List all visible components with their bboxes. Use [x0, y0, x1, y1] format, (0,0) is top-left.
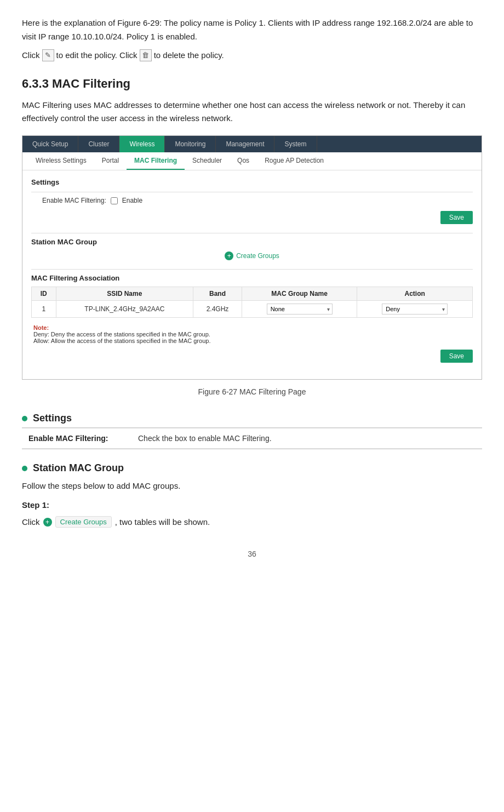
intro-paragraph: Here is the explanation of Figure 6-29: …: [22, 16, 482, 44]
subnav-qos[interactable]: Qos: [230, 152, 257, 170]
nav-quick-setup[interactable]: Quick Setup: [22, 136, 78, 152]
router-top-nav: Quick Setup Cluster Wireless Monitoring …: [22, 136, 482, 152]
cell-action[interactable]: Deny Allow: [357, 301, 473, 318]
col-action: Action: [357, 287, 473, 301]
enable-mac-row: Enable MAC Filtering: Enable: [31, 197, 473, 204]
cell-band: 2.4GHz: [193, 301, 242, 318]
settings-bullet-section: Settings Enable MAC Filtering: Check the…: [22, 413, 482, 449]
router-ui-screenshot: Quick Setup Cluster Wireless Monitoring …: [22, 135, 482, 380]
settings-param-table: Enable MAC Filtering: Check the box to e…: [22, 428, 482, 449]
section-desc: MAC Filtering uses MAC addresses to dete…: [22, 99, 482, 126]
page-number: 36: [22, 550, 482, 558]
nav-cluster[interactable]: Cluster: [78, 136, 119, 152]
figure-caption: Figure 6-27 MAC Filtering Page: [22, 387, 482, 396]
cell-ssid: TP-LINK_2.4GHz_9A2AAC: [56, 301, 193, 318]
click-step-prefix: Click: [22, 517, 40, 527]
save-btn-row-top: Save: [31, 211, 473, 224]
col-mac-group-name: MAC Group Name: [242, 287, 357, 301]
edit-icon[interactable]: ✎: [42, 49, 54, 61]
create-groups-badge-text: Create Groups: [60, 518, 107, 526]
note-block: Note: Deny: Deny the access of the stati…: [31, 324, 473, 344]
click-suffix-text: to delete the policy.: [154, 50, 224, 60]
nav-monitoring[interactable]: Monitoring: [165, 136, 216, 152]
param-row-enable: Enable MAC Filtering: Check the box to e…: [22, 428, 482, 449]
subnav-portal[interactable]: Portal: [94, 152, 127, 170]
cell-mac-group[interactable]: None: [242, 301, 357, 318]
save-btn-row-bottom: Save: [31, 350, 473, 363]
subnav-mac-filtering[interactable]: MAC Filtering: [127, 152, 185, 170]
section-heading: 6.3.3 MAC Filtering: [22, 77, 482, 91]
save-button-top[interactable]: Save: [440, 211, 473, 224]
bullet-dot-station: [22, 466, 27, 471]
subnav-scheduler[interactable]: Scheduler: [185, 152, 230, 170]
enable-mac-checkbox[interactable]: [111, 197, 118, 204]
nav-system[interactable]: System: [274, 136, 317, 152]
mac-group-select[interactable]: None: [267, 304, 333, 314]
save-button-bottom[interactable]: Save: [440, 350, 473, 363]
subnav-wireless-settings[interactable]: Wireless Settings: [28, 152, 94, 170]
click-middle-text: to edit the policy. Click: [56, 50, 138, 60]
enable-mac-label: Enable MAC Filtering:: [42, 197, 106, 204]
create-groups-button[interactable]: Create Groups: [236, 252, 279, 260]
action-select[interactable]: Deny Allow: [382, 304, 448, 314]
station-mac-heading-text: Station MAC Group: [33, 462, 124, 474]
note-label: Note:: [33, 324, 49, 331]
col-band: Band: [193, 287, 242, 301]
nav-wireless[interactable]: Wireless: [119, 136, 165, 152]
station-mac-desc: Follow the steps below to add MAC groups…: [22, 479, 482, 493]
note-line2: Allow: Allow the access of the stations …: [33, 338, 210, 344]
note-line1: Deny: Deny the access of the stations sp…: [33, 331, 210, 338]
settings-bullet-heading: Settings: [22, 413, 482, 424]
table-row: 1 TP-LINK_2.4GHz_9A2AAC 2.4GHz None: [32, 301, 473, 318]
settings-label: Settings: [31, 178, 473, 186]
station-mac-group-label: Station MAC Group: [31, 238, 473, 246]
click-step-1-line: Click + Create Groups , two tables will …: [22, 516, 482, 528]
mac-filtering-table: ID SSID Name Band MAC Group Name Action …: [31, 287, 473, 318]
router-content-area: Settings Enable MAC Filtering: Enable Sa…: [22, 170, 482, 379]
nav-management[interactable]: Management: [216, 136, 274, 152]
station-mac-bullet-section: Station MAC Group Follow the steps below…: [22, 462, 482, 528]
plus-circle-step-icon: +: [43, 518, 52, 527]
delete-icon[interactable]: 🗑: [140, 49, 152, 61]
enable-mac-checkbox-label: Enable: [122, 197, 142, 204]
bullet-dot-settings: [22, 416, 27, 421]
click-step-suffix: , two tables will be shown.: [115, 517, 210, 527]
plus-circle-icon[interactable]: +: [225, 251, 233, 260]
col-ssid-name: SSID Name: [56, 287, 193, 301]
subnav-rogue-ap[interactable]: Rogue AP Detection: [257, 152, 331, 170]
create-groups-badge: Create Groups: [55, 516, 112, 528]
settings-heading-text: Settings: [33, 413, 72, 424]
click-line: Click ✎ to edit the policy. Click 🗑 to d…: [22, 49, 482, 61]
create-groups-row: + Create Groups: [31, 251, 473, 260]
cell-id: 1: [32, 301, 56, 318]
param-name-enable: Enable MAC Filtering:: [22, 428, 131, 449]
station-mac-bullet-heading: Station MAC Group: [22, 462, 482, 474]
router-sub-nav: Wireless Settings Portal MAC Filtering S…: [22, 152, 482, 170]
col-id: ID: [32, 287, 56, 301]
mac-filtering-assoc-label: MAC Filtering Association: [31, 274, 473, 282]
step1-label: Step 1:: [22, 500, 482, 510]
param-desc-enable: Check the box to enable MAC Filtering.: [131, 428, 482, 449]
